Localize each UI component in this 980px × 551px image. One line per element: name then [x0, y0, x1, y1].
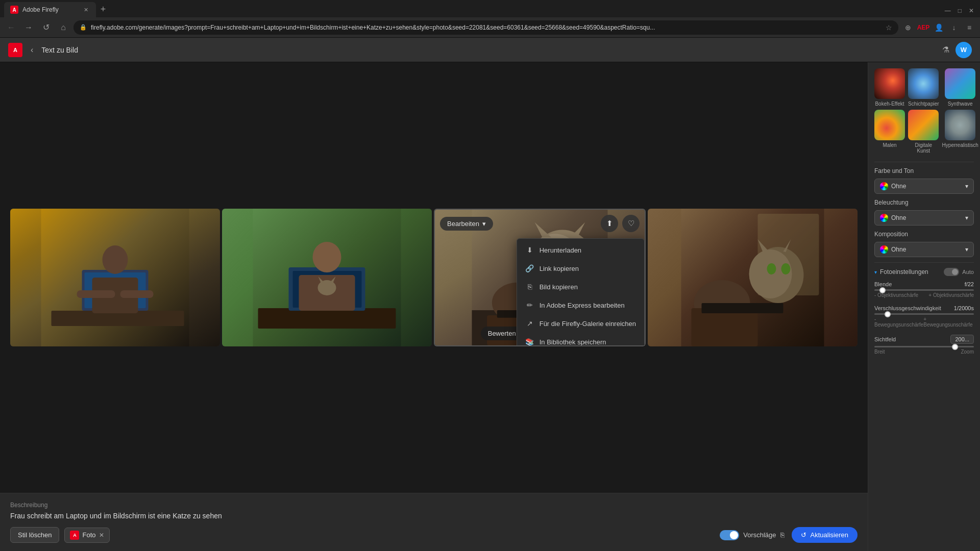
- verschluss-slider-thumb[interactable]: [885, 311, 891, 317]
- svg-point-36: [767, 263, 776, 274]
- aktualisieren-button[interactable]: ↺ Aktualisieren: [792, 527, 857, 543]
- aktualisieren-icon: ↺: [801, 531, 806, 539]
- bearbeiten-button[interactable]: Bearbeiten ▾: [440, 217, 493, 231]
- galerie-einreichen-icon: ↗: [525, 319, 534, 328]
- menu-item-link-kopieren[interactable]: 🔗 Link kopieren: [517, 259, 644, 278]
- menu-label-express: In Adobe Express bearbeiten: [540, 302, 625, 309]
- sichtfeld-value-box[interactable]: 200...: [950, 335, 974, 344]
- heart-button[interactable]: ♡: [622, 215, 640, 232]
- menu-label-galerie: Für die Firefly-Galerie einreichen: [540, 320, 636, 328]
- vorschlaege-toggle: Vorschläge ⎘: [720, 530, 784, 540]
- stil-loeschen-button[interactable]: Stil löschen: [10, 527, 59, 543]
- foto-tag: A Foto ✕: [64, 528, 109, 543]
- foto-tag-text: Foto: [82, 531, 95, 539]
- sichtfeld-slider-labels: Breit Zoom: [874, 349, 974, 355]
- vorschlaege-toggle-switch[interactable]: [720, 530, 739, 540]
- style-item-digital[interactable]: Digitale Kunst: [908, 110, 939, 154]
- image-overlay: Bearbeiten ▾ ⬆ ♡: [435, 210, 645, 345]
- style-item-bokeh[interactable]: Bokeh-Effekt: [874, 68, 905, 107]
- farbe-ton-select[interactable]: Ohne ▾: [874, 179, 974, 194]
- lock-icon: 🔒: [80, 24, 87, 31]
- download-icon: ⬆: [606, 219, 613, 228]
- menu-label-link-kopieren: Link kopieren: [540, 265, 579, 272]
- download-manager-icon[interactable]: ↓: [947, 21, 961, 34]
- bibliothek-speichern-icon: 📚: [525, 337, 534, 346]
- user-avatar[interactable]: W: [955, 42, 972, 58]
- sichtfeld-slider-thumb[interactable]: [952, 344, 958, 350]
- browser-restore-btn[interactable]: □: [956, 6, 964, 15]
- schicht-label: Schichtpapier: [908, 101, 939, 107]
- prompt-controls: Stil löschen A Foto ✕ Vorschläge ⎘: [10, 527, 857, 543]
- image-item-1[interactable]: [10, 209, 220, 346]
- svg-rect-7: [120, 290, 154, 298]
- url-text: firefly.adobe.com/generate/images?prompt…: [91, 24, 881, 31]
- right-sidebar: Bokeh-Effekt Schichtpapier Synthwave Mal…: [868, 62, 980, 551]
- komposition-select[interactable]: Ohne ▾: [874, 242, 974, 257]
- sichtfeld-value: 200...: [955, 336, 969, 342]
- verschluss-slider-track[interactable]: [874, 313, 974, 315]
- sichtfeld-slider-track[interactable]: [874, 346, 974, 347]
- toolbar-back-button[interactable]: ‹: [29, 43, 35, 57]
- menu-item-bibliothek-speichern[interactable]: 📚 In Bibliothek speichern: [517, 333, 644, 346]
- auto-toggle: Auto: [944, 268, 974, 276]
- verschluss-slider-row: Verschlussgeschwindigkeit 1/2000s - Bewe…: [874, 305, 974, 328]
- menu-item-herunterladen[interactable]: ⬇ Herunterladen: [517, 241, 644, 259]
- image-item-2[interactable]: [222, 209, 432, 346]
- adobe-ext-icon[interactable]: AEP: [917, 21, 930, 34]
- browser-tab[interactable]: A Adobe Firefly ✕: [4, 2, 96, 17]
- blende-max-label: + Objektivunschärfe: [928, 292, 974, 298]
- back-button[interactable]: ←: [4, 20, 18, 35]
- auto-toggle-switch[interactable]: [944, 268, 959, 276]
- blende-slider-row: Blende f/22 - Objektivunschärfe + Objekt…: [874, 281, 974, 298]
- foto-tag-close-button[interactable]: ✕: [99, 532, 104, 539]
- sidebar-divider-2: [874, 262, 974, 263]
- blende-slider-track[interactable]: [874, 289, 974, 291]
- nav-right-icons: ⊕ AEP 👤 ↓ ≡: [901, 21, 976, 34]
- prompt-area: Beschreibung Frau schreibt am Laptop und…: [0, 493, 868, 551]
- svg-point-14: [318, 280, 336, 295]
- home-button[interactable]: ⌂: [56, 20, 70, 35]
- browser-minimize-btn[interactable]: —: [943, 6, 953, 15]
- tab-close-btn[interactable]: ✕: [82, 6, 90, 14]
- beleuchtung-color-dot-icon: [880, 214, 888, 222]
- prompt-text: Frau schreibt am Laptop und im Bildschir…: [10, 512, 857, 520]
- style-item-synthwave[interactable]: Synthwave: [942, 68, 978, 107]
- menu-item-bild-kopieren[interactable]: ⎘ Bild kopieren: [517, 278, 644, 296]
- style-item-malen[interactable]: Malen: [874, 110, 905, 154]
- svg-point-12: [313, 242, 341, 272]
- beleuchtung-row: Beleuchtung Ohne ▾: [874, 199, 974, 226]
- fotoeinstellungen-chevron-icon: ▾: [874, 269, 877, 275]
- verschluss-slider-labels: - Bewegungsunschärfe + Bewegungsunschärf…: [874, 316, 974, 328]
- blende-slider-thumb[interactable]: [879, 287, 886, 293]
- download-image-button[interactable]: ⬆: [601, 215, 618, 232]
- profile-icon[interactable]: 👤: [932, 21, 945, 34]
- image-item-4[interactable]: [648, 209, 857, 346]
- style-item-schichtpapier[interactable]: Schichtpapier: [908, 68, 939, 107]
- image-4-svg: [648, 209, 857, 346]
- flask-icon[interactable]: ⚗: [942, 45, 949, 55]
- svg-rect-6: [77, 290, 115, 298]
- bookmark-star-icon[interactable]: ☆: [886, 23, 892, 32]
- express-bearbeiten-icon: ✏: [525, 300, 534, 310]
- menu-item-galerie-einreichen[interactable]: ↗ Für die Firefly-Galerie einreichen: [517, 314, 644, 333]
- fotoeinstellungen-label: ▾ Fotoeinstellungen: [874, 268, 928, 276]
- forward-button[interactable]: →: [21, 20, 36, 35]
- image-item-3[interactable]: Bearbeiten ▾ ⬆ ♡: [434, 209, 646, 346]
- synth-thumbnail: [945, 68, 975, 99]
- farbe-ton-value: Ohne: [891, 183, 906, 190]
- svg-point-4: [103, 245, 128, 274]
- extensions-icon[interactable]: ⊕: [901, 21, 915, 34]
- verschluss-min-label: - Bewegungsunschärfe: [874, 316, 923, 328]
- verschluss-label: Verschlussgeschwindigkeit: [874, 305, 941, 311]
- vorschlaege-icon: ⎘: [780, 531, 785, 539]
- browser-close-btn[interactable]: ✕: [967, 6, 976, 15]
- address-bar[interactable]: 🔒 firefly.adobe.com/generate/images?prom…: [74, 20, 898, 35]
- browser-menu-icon[interactable]: ≡: [963, 21, 976, 34]
- farbe-ton-chevron-icon: ▾: [965, 183, 968, 190]
- menu-item-express-bearbeiten[interactable]: ✏ In Adobe Express bearbeiten: [517, 296, 644, 314]
- beleuchtung-select[interactable]: Ohne ▾: [874, 210, 974, 226]
- svg-point-37: [781, 263, 791, 274]
- style-item-hyper[interactable]: Hyperrealistisch: [942, 110, 978, 154]
- new-tab-button[interactable]: +: [96, 2, 110, 16]
- reload-button[interactable]: ↺: [39, 20, 53, 35]
